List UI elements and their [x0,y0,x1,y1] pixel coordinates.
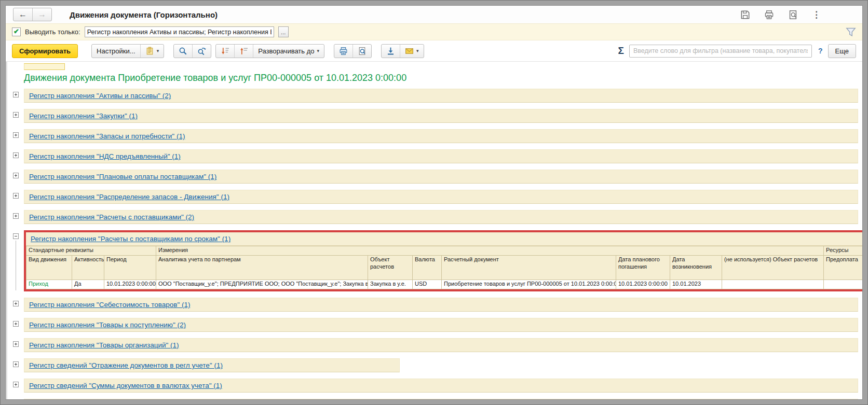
register-link[interactable]: Регистр накопления "Себестоимость товаро… [29,301,190,309]
register-band: Регистр накопления "Закупки" (1) [24,109,858,123]
filter-label: Выводить только: [25,28,80,36]
expand-icon[interactable] [13,132,19,138]
register-link[interactable]: Регистр накопления "Активы и пассивы" (2… [29,92,171,100]
register-link[interactable]: Регистр сведений "Отражение документов в… [29,361,223,369]
mail-icon [405,47,414,55]
print-group [334,44,372,58]
print-button[interactable] [334,45,352,58]
nav-buttons [13,8,52,21]
menu-icon[interactable] [812,10,821,19]
cell-planned-date: 10.01.2023 0:00:00 [616,280,670,289]
tree-gutter [7,190,24,204]
col-header: Аналитика учета по партнерам [156,256,368,280]
register-link[interactable]: Регистр сведений "Суммы документов в вал… [29,382,222,389]
expand-icon[interactable] [13,341,19,347]
register-link[interactable]: Регистр накопления "Расчеты с поставщика… [31,235,230,243]
preview-icon[interactable] [788,10,798,20]
col-header: Валюта [413,256,442,280]
register-row: Регистр сведений "Отражение документов в… [7,358,858,372]
movement-data-row[interactable]: Приход Да 10.01.2023 0:00:00 ООО "Постав… [26,280,863,289]
tree-gutter [7,298,24,312]
toolbar: Сформировать Настройки... Разворачивать … [6,40,862,62]
col-header: (не используется) Объект расчетов [722,256,824,280]
funnel-icon[interactable] [846,27,856,37]
print-icon[interactable] [764,10,774,20]
sum-icon[interactable]: Σ [618,45,624,57]
register-link[interactable]: Регистр накопления "Товары к поступлению… [29,321,186,329]
forward-icon[interactable] [32,8,51,21]
expand-icon[interactable] [13,152,19,158]
register-link[interactable]: Регистр накопления "Распределение запасо… [29,193,229,201]
checkbox-show-only[interactable] [12,27,21,36]
register-band: Регистр сведений "Отражение документов в… [24,358,400,372]
download-icon [386,47,395,55]
expand-icon[interactable] [13,301,19,306]
variants-button[interactable] [140,45,164,58]
col-header: Дата возникновения [670,256,722,280]
tree-gutter [7,399,24,399]
sort-asc-icon [239,47,248,55]
group-dimensions: Измерения [156,246,824,256]
register-link[interactable]: Регистр накопления "Расчеты с поставщика… [29,213,194,221]
quick-filter-input[interactable] [629,45,812,58]
save-icon[interactable] [740,10,750,20]
register-row: Регистр сведений "Суммы документов в вал… [7,379,858,393]
tree-gutter [7,129,24,143]
col-header: Вид движения [26,256,72,280]
register-band: Регистр накопления "Запасы и потребности… [24,129,858,143]
filter-bar: Выводить только: ... [6,23,862,40]
show-only-input[interactable] [85,26,274,37]
group-resources: Ресурсы [824,246,862,256]
settings-button[interactable]: Настройки... [92,45,140,58]
col-header: Расчетный документ [442,256,616,280]
expand-icon[interactable] [13,213,19,219]
register-link[interactable]: Регистр накопления "Товары организаций" … [29,341,179,349]
help-button[interactable]: ? [818,47,823,55]
tree-gutter [7,230,24,291]
print-preview-button[interactable] [352,45,371,58]
register-link[interactable]: Регистр накопления "НДС предъявленный" (… [29,152,181,160]
register-band: Регистр накопления "Товары организаций" … [24,338,858,352]
col-header: Предоплата [824,256,862,280]
register-row: Регистр бухгалтерии "Журнал проводок (ре… [7,399,858,399]
register-link[interactable]: Регистр накопления "Плановые оплаты пост… [29,173,216,180]
search-group [173,44,211,58]
group-header-row: Стандартные реквизиты Измерения Ресурсы [26,246,863,256]
search-next-icon [197,47,206,55]
expand-icon[interactable] [13,382,19,387]
save-file-button[interactable] [382,45,400,58]
sort-ascending-button[interactable] [234,45,253,58]
expand-icon[interactable] [13,92,19,97]
sort-descending-button[interactable] [216,45,234,58]
register-band: Регистр накопления "Расчеты с поставщика… [24,210,858,224]
expand-icon[interactable] [13,193,19,199]
search-icon [179,47,187,55]
window-frame: Движения документа (Горизонтально) Вывод… [0,0,868,405]
expand-icon[interactable] [13,112,19,118]
col-header: Период [104,256,156,280]
tree-gutter [7,149,24,163]
more-button[interactable]: Еще [828,44,856,58]
cell-movement-type: Приход [26,280,72,289]
generate-button[interactable]: Сформировать [12,44,78,58]
expand-icon[interactable] [13,173,19,178]
register-row: Регистр накопления "Расчеты с поставщика… [7,210,858,224]
tree-gutter [7,89,24,103]
expand-icon[interactable] [13,361,19,367]
expand-to-button[interactable]: Разворачивать до [253,45,324,58]
expand-icon[interactable] [13,321,19,327]
search-next-button[interactable] [192,45,211,58]
back-icon[interactable] [13,8,32,21]
collapse-icon[interactable] [13,233,19,239]
register-band: Регистр накопления "НДС предъявленный" (… [24,149,858,163]
register-row: Регистр накопления "Плановые оплаты пост… [7,170,858,184]
register-band: Регистр накопления "Себестоимость товаро… [24,298,858,312]
register-link[interactable]: Регистр накопления "Запасы и потребности… [29,132,185,140]
corner-cell [24,63,65,70]
choose-registers-button[interactable]: ... [278,26,289,37]
variants-icon [145,47,154,55]
register-band: Регистр накопления "Распределение запасо… [24,190,858,204]
send-mail-button[interactable] [400,45,424,58]
register-link[interactable]: Регистр накопления "Закупки" (1) [29,112,138,120]
search-button[interactable] [174,45,192,58]
